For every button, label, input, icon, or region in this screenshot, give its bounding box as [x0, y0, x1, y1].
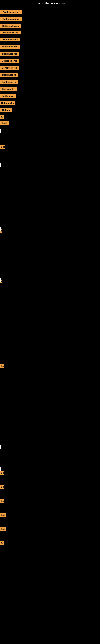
bottleneck-button-btn14[interactable]: Bottleneck r	[0, 101, 15, 105]
bottleneck-button-btn8[interactable]: Bottleneck res	[0, 59, 19, 62]
bottleneck-button-btn27[interactable]: B	[0, 541, 3, 545]
line-marker-line6	[0, 467, 0, 471]
bottleneck-button-btn2[interactable]: Bottleneck resu	[0, 17, 22, 21]
line-marker-line2	[0, 163, 0, 167]
bottleneck-button-btn9[interactable]: Bottleneck res	[0, 66, 19, 70]
site-title: TheBottlenecker.com	[0, 0, 100, 6]
line-marker-line3	[0, 228, 0, 232]
bottleneck-button-btn5[interactable]: Bottleneck res	[0, 38, 20, 42]
bottleneck-button-btn24[interactable]: Bo	[0, 499, 4, 503]
bottleneck-button-btn4[interactable]: Bottleneck res	[0, 31, 21, 34]
line-marker-line5	[0, 445, 0, 449]
bottleneck-button-btn26[interactable]: Bott	[0, 527, 6, 531]
bottleneck-button-btn3[interactable]: Bottleneck resu	[0, 24, 21, 28]
bottleneck-button-btn15[interactable]: Bottlen	[0, 108, 12, 112]
buttons-container: Bottleneck resuBottleneck resuBottleneck…	[0, 6, 100, 644]
bottleneck-button-btn7[interactable]: Bottleneck res	[0, 52, 19, 56]
line-marker-line4	[0, 278, 0, 282]
bottleneck-button-btn12[interactable]: Bottleneck r	[0, 87, 17, 91]
bottleneck-button-btn21[interactable]: Bo	[0, 364, 4, 368]
bottleneck-button-btn25[interactable]: Bott	[0, 513, 6, 517]
bottleneck-button-btn11[interactable]: Bottleneck re	[0, 80, 18, 84]
bottleneck-button-btn13[interactable]: Bottleneck r	[0, 94, 16, 98]
bottleneck-button-btn1[interactable]: Bottleneck resu	[0, 10, 22, 14]
bottleneck-button-btn17[interactable]: Bottl	[0, 121, 9, 125]
line-marker-line1	[0, 129, 0, 133]
bottleneck-button-btn6[interactable]: Bottleneck res	[0, 45, 20, 48]
bottleneck-button-btn18[interactable]: Bottleneck res	[0, 145, 5, 148]
bottleneck-button-btn16[interactable]: B	[0, 115, 3, 119]
bottleneck-button-btn10[interactable]: Bottleneck re	[0, 73, 18, 77]
bottleneck-button-btn23[interactable]: Bo	[0, 485, 4, 489]
bottleneck-button-btn22[interactable]: Bo	[0, 471, 4, 474]
